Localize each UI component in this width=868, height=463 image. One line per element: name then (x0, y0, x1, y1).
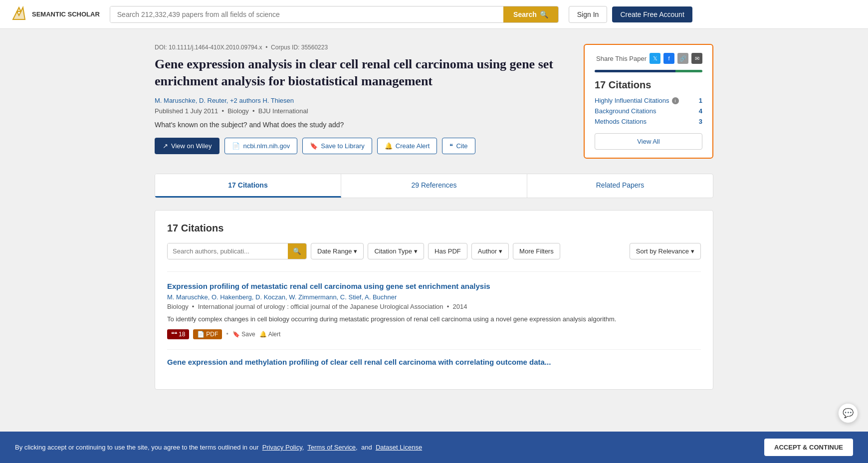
logo: SEMANTIC SCHOLAR (10, 5, 100, 23)
create-account-button[interactable]: Create Free Account (612, 6, 692, 22)
author-filter[interactable]: Author ▾ (471, 243, 509, 259)
create-alert-button[interactable]: 🔔 Create Alert (377, 138, 437, 154)
tabs-bar: 17 Citations 29 References Related Paper… (155, 174, 713, 198)
header-actions: Sign In Create Free Account (569, 6, 692, 23)
facebook-share-icon[interactable]: f (663, 53, 674, 64)
chevron-down-icon-2: ▾ (414, 247, 418, 255)
doi-text: DOI: 10.1111/j.1464-410X.2010.09794.x (155, 44, 262, 51)
result-meta: Biology • International journal of urolo… (167, 303, 701, 310)
truncated-result-link[interactable]: Gene expression and methylation profilin… (167, 358, 701, 366)
paper-info: DOI: 10.1111/j.1464-410X.2010.09794.x • … (155, 44, 569, 159)
paper-title: Gene expression analysis in clear cell r… (155, 56, 569, 90)
author-link-1[interactable]: M. Maruschke (155, 97, 196, 104)
author-link-3[interactable]: H. Thiesen (262, 97, 294, 104)
tab-citations[interactable]: 17 Citations (155, 174, 341, 198)
result-author-5[interactable]: C. Stief (340, 293, 362, 301)
bookmark-icon-small: 🔖 (232, 331, 240, 338)
author-more: +2 authors (230, 97, 262, 104)
citation-type-filter[interactable]: Citation Type ▾ (368, 243, 424, 259)
author-search-input[interactable] (168, 243, 288, 259)
background-citations-link[interactable]: Background Citations (595, 107, 656, 115)
semantic-scholar-logo-icon (10, 5, 28, 23)
table-row: Expression profiling of metastatic renal… (167, 271, 701, 349)
sign-in-button[interactable]: Sign In (569, 6, 608, 23)
author-link-2[interactable]: D. Reuter (199, 97, 226, 104)
author-search: 🔍 (167, 243, 307, 259)
pdf-badge[interactable]: 📄 PDF (193, 329, 222, 339)
methods-count: 3 (699, 118, 702, 125)
search-small-icon: 🔍 (293, 247, 301, 255)
alert-button-result[interactable]: 🔔 Alert (259, 331, 281, 338)
view-on-wiley-button[interactable]: ↗ View on Wiley (155, 138, 219, 154)
share-label: Share This Paper (596, 55, 647, 62)
citations-card: Share This Paper 𝕏 f 🔗 ✉ 17 Citations Hi… (584, 44, 713, 159)
published-date: Published 1 July 2011 (155, 107, 218, 115)
view-all-button[interactable]: View All (595, 133, 702, 150)
paper-journal: BJU International (258, 107, 308, 115)
chat-widget[interactable]: 💬 (838, 403, 858, 405)
bell-icon: 🔔 (385, 142, 393, 150)
paper-authors: M. Maruschke, D. Reuter, +2 authors H. T… (155, 97, 569, 104)
author-search-button[interactable]: 🔍 (288, 243, 306, 259)
citations-count-label: 17 Citations (595, 79, 702, 91)
search-input[interactable] (110, 6, 503, 22)
background-count: 4 (699, 107, 702, 115)
share-row: Share This Paper 𝕏 f 🔗 ✉ (595, 53, 702, 64)
result-author-4[interactable]: W. Zimmermann (289, 293, 336, 301)
filters-row: 🔍 Date Range ▾ Citation Type ▾ Has PDF A… (167, 243, 701, 259)
result-author-6[interactable]: A. Buchner (365, 293, 397, 301)
dot-separator: • (226, 330, 228, 338)
link-share-icon[interactable]: 🔗 (677, 53, 688, 64)
result-author-3[interactable]: D. Koczan (255, 293, 285, 301)
highly-influential-info-icon[interactable]: i (672, 97, 679, 104)
methods-citations-link[interactable]: Methods Citations (595, 118, 647, 125)
tab-related-papers[interactable]: Related Papers (527, 174, 713, 198)
sort-button[interactable]: Sort by Relevance ▾ (630, 243, 701, 259)
quote-icon: ❝ (449, 142, 453, 150)
paper-abstract: What's known on the subject? and What do… (155, 121, 569, 129)
date-range-filter[interactable]: Date Range ▾ (311, 243, 364, 259)
result-field: Biology (167, 303, 189, 310)
result-title-link[interactable]: Expression profiling of metastatic renal… (167, 282, 701, 290)
paper-meta: Published 1 July 2011 • Biology • BJU In… (155, 107, 569, 115)
progress-blue (595, 70, 675, 72)
citations-section: 17 Citations 🔍 Date Range ▾ Citation Typ… (155, 210, 713, 390)
methods-row: Methods Citations 3 (595, 118, 702, 125)
result-year: 2014 (453, 303, 467, 310)
more-filters-button[interactable]: More Filters (513, 243, 560, 259)
save-to-library-button[interactable]: 🔖 Save to Library (302, 138, 372, 154)
cite-button[interactable]: ❝ Cite (442, 138, 475, 154)
header: SEMANTIC SCHOLAR Search 🔍 Sign In Create… (0, 0, 868, 29)
result-author-1[interactable]: M. Maruschke (167, 293, 208, 301)
main-content: DOI: 10.1111/j.1464-410X.2010.09794.x • … (135, 29, 733, 405)
highly-influential-link[interactable]: Highly Influential Citations (595, 97, 669, 104)
tab-references[interactable]: 29 References (341, 174, 527, 198)
svg-marker-1 (13, 7, 25, 19)
twitter-share-icon[interactable]: 𝕏 (650, 53, 660, 64)
result-badges: ❝❝ 18 📄 PDF • 🔖 Save 🔔 Alert (167, 329, 701, 339)
progress-green (675, 70, 702, 72)
citations-progress-bar (595, 70, 702, 72)
nlm-icon: 📄 (232, 142, 240, 150)
result-authors: M. Maruschke, O. Hakenberg, D. Koczan, W… (167, 293, 701, 301)
background-row: Background Citations 4 (595, 107, 702, 115)
search-button[interactable]: Search 🔍 (503, 6, 558, 22)
paper-header: DOI: 10.1111/j.1464-410X.2010.09794.x • … (155, 44, 713, 159)
citations-section-title: 17 Citations (167, 223, 701, 234)
save-button-result[interactable]: 🔖 Save (232, 331, 255, 338)
corpus-text: Corpus ID: 35560223 (271, 44, 328, 51)
logo-text: SEMANTIC SCHOLAR (32, 10, 100, 18)
result-author-2[interactable]: O. Hakenberg (212, 293, 252, 301)
has-pdf-filter[interactable]: Has PDF (428, 243, 467, 259)
highly-influential-count: 1 (699, 97, 702, 104)
pdf-icon: 📄 (197, 331, 205, 338)
external-link-icon: ↗ (163, 142, 168, 150)
paper-actions: ↗ View on Wiley 📄 ncbi.nlm.nih.gov 🔖 Sav… (155, 138, 569, 154)
citation-badge: ❝❝ 18 (167, 329, 189, 339)
truncated-result: Gene expression and methylation profilin… (167, 349, 701, 377)
email-share-icon[interactable]: ✉ (691, 53, 702, 64)
highly-influential-row: Highly Influential Citations i 1 (595, 97, 702, 104)
nlm-button[interactable]: 📄 ncbi.nlm.nih.gov (224, 138, 297, 154)
bell-icon-small: 🔔 (259, 331, 267, 338)
search-label: Search (513, 10, 537, 18)
